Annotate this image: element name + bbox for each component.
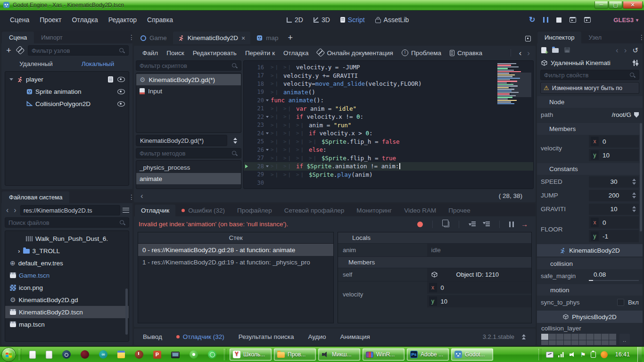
debugger-tab-прочее[interactable]: Прочее — [442, 205, 476, 216]
safe-margin-slider[interactable]: 0.08 — [589, 271, 639, 281]
property-speed[interactable]: SPEED 30 — [537, 175, 643, 189]
bottom-tab-анимация[interactable]: Анимация — [340, 333, 370, 340]
renderer-select[interactable]: GLES3 — [613, 16, 638, 24]
code-line-16[interactable]: 16>|>|velocity.y = -JUMP — [244, 63, 533, 72]
group-motion[interactable]: motion — [537, 284, 643, 296]
section-constants[interactable]: Constants — [537, 163, 643, 175]
scene-node-player[interactable]: player — [5, 73, 129, 85]
layer-cell[interactable] — [571, 340, 578, 345]
layer-cell[interactable] — [549, 340, 556, 345]
remote-tree-button[interactable]: Удаленный — [5, 60, 67, 67]
layer-cell[interactable] — [556, 340, 563, 345]
filesystem-tab[interactable]: Файловая система — [2, 191, 69, 203]
bottom-tab-аудио[interactable]: Аудио — [308, 333, 326, 340]
copy-path-icon[interactable] — [634, 112, 639, 118]
script-item[interactable]: Input — [136, 85, 241, 97]
layer-cell[interactable] — [541, 340, 548, 345]
script-item[interactable]: KinematicBody2D.gd(*) — [136, 74, 241, 85]
task-button-explorer[interactable]: Пров... — [274, 348, 316, 361]
dock-menu-icon[interactable] — [124, 193, 132, 201]
collapse-arrow-icon[interactable]: › — [18, 247, 20, 255]
debugger-tab-отладчик[interactable]: Отладчик — [135, 205, 175, 216]
inspector-back-icon[interactable] — [616, 46, 619, 54]
file-item[interactable]: icon.png — [5, 281, 129, 294]
editor-tab-map[interactable]: map — [251, 32, 283, 44]
menu-Отладка[interactable]: Отладка — [66, 14, 103, 26]
task-button-mixer[interactable]: Микш... — [318, 348, 360, 361]
play-scene-button[interactable] — [570, 17, 576, 23]
layer-cell[interactable] — [564, 334, 571, 340]
inspector-forward-icon[interactable] — [624, 46, 627, 54]
code-line-20[interactable]: 20func animate(): — [244, 96, 533, 105]
eye-icon[interactable] — [117, 89, 125, 94]
task-button-winrar[interactable]: WinR... — [363, 348, 405, 361]
workspace-3d[interactable]: 3D — [309, 14, 335, 26]
section-members[interactable]: Members — [537, 123, 643, 135]
script-menu-онлайн-документация[interactable]: Онлайн документация — [313, 47, 397, 59]
document2-icon[interactable] — [46, 351, 52, 359]
property-path[interactable]: path /root/G — [537, 108, 643, 122]
layer-cell[interactable] — [541, 334, 548, 340]
scene-node-collisionpolygon2d[interactable]: CollisionPolygon2D — [5, 98, 129, 110]
script-menu-редактировать[interactable]: Редактировать — [189, 47, 241, 59]
stack-frame[interactable]: 0 - res://KinematicBody2D.gd:28 - at fun… — [138, 244, 333, 256]
new-scene-tab-button[interactable] — [284, 34, 292, 41]
menu-Сцена[interactable]: Сцена — [5, 14, 34, 26]
editor-tab-game[interactable]: Game — [135, 32, 172, 44]
clock[interactable]: 16:41 — [612, 351, 633, 358]
graviti-stepper[interactable]: 10 — [589, 204, 639, 215]
pause-button[interactable] — [543, 17, 548, 23]
code-line-22[interactable]: 22>|>|if velocity.x != 0: — [244, 113, 533, 121]
script-menu-справка[interactable]: Справка — [446, 47, 487, 59]
restart-button[interactable] — [529, 16, 535, 24]
file-item[interactable]: KinematicBody2D.tscn — [5, 306, 129, 318]
property-safe-margin[interactable]: safe_margin 0.08 — [537, 269, 643, 283]
layer-cell[interactable] — [579, 340, 586, 345]
layer-cell[interactable] — [609, 340, 616, 345]
history-icon[interactable] — [632, 47, 638, 54]
tab-Инспектор[interactable]: Инспектор — [537, 32, 581, 43]
layer-cell[interactable] — [609, 334, 616, 340]
layer-cell[interactable] — [549, 334, 556, 340]
layer-cell[interactable] — [594, 340, 601, 345]
code-line-17[interactable]: 17>|velocity.y += GRAVITI — [244, 72, 533, 80]
tablet-icon[interactable] — [546, 352, 553, 358]
layer-cell[interactable] — [602, 340, 609, 345]
code-minimap[interactable] — [495, 63, 531, 106]
security-icon[interactable] — [601, 351, 608, 358]
property-graviti[interactable]: GRAVITI 10 — [537, 202, 643, 216]
dock-menu-icon[interactable] — [635, 33, 642, 41]
signal-icon[interactable] — [558, 352, 565, 357]
menu-Справка[interactable]: Справка — [142, 14, 178, 26]
code-line-25[interactable]: 25>|>|>|>|$Sprite.flip_h = false — [244, 138, 533, 146]
x-icon[interactable] — [241, 35, 245, 41]
copy-error-button[interactable] — [444, 222, 449, 227]
file-item[interactable]: KinematicBody2D.gd — [5, 294, 129, 306]
new-resource-button[interactable] — [541, 47, 546, 53]
menu-Проект[interactable]: Проект — [34, 14, 66, 26]
workspace-assetlib[interactable]: AssetLib — [371, 14, 414, 26]
layer-cell[interactable] — [579, 334, 586, 340]
script-menu-файл[interactable]: Файл — [138, 47, 162, 59]
menu-Редактор[interactable]: Редактор — [103, 14, 142, 26]
speed-stepper[interactable]: 30 — [589, 176, 639, 188]
continue-button[interactable] — [521, 221, 528, 228]
code-line-28[interactable]: 28>|>|if $Sprite.animation != anim: — [244, 162, 533, 171]
step-over-button[interactable] — [483, 221, 490, 227]
code-line-27[interactable]: 27>|>|>|>|$Sprite.flip_h = true — [244, 154, 533, 163]
stack-frame[interactable]: 1 - res://KinematicBody2D.gd:19 - at fun… — [138, 256, 333, 268]
workspace-2d[interactable]: 2D — [282, 14, 308, 26]
debugger-tab-сетевой-профайлер[interactable]: Сетевой профайлер — [278, 205, 351, 216]
scroll-icon[interactable] — [108, 76, 113, 82]
start-button[interactable] — [1, 347, 16, 362]
layer-cell[interactable] — [564, 340, 571, 345]
local-tree-button[interactable]: Локальный — [67, 60, 129, 67]
display-icon[interactable] — [171, 352, 180, 358]
steam-icon[interactable] — [62, 350, 71, 359]
code-line-29[interactable]: 29>|>|>|$Sprite.play(anim) — [244, 171, 533, 179]
layer-cell[interactable] — [571, 334, 578, 340]
scroll-left-icon[interactable] — [140, 192, 143, 200]
debugger-tab-ошибки--32-[interactable]: Ошибки (32) — [175, 205, 231, 216]
task-button-yandex[interactable]: Школь... — [230, 348, 272, 361]
file-search-input[interactable] — [8, 219, 117, 226]
